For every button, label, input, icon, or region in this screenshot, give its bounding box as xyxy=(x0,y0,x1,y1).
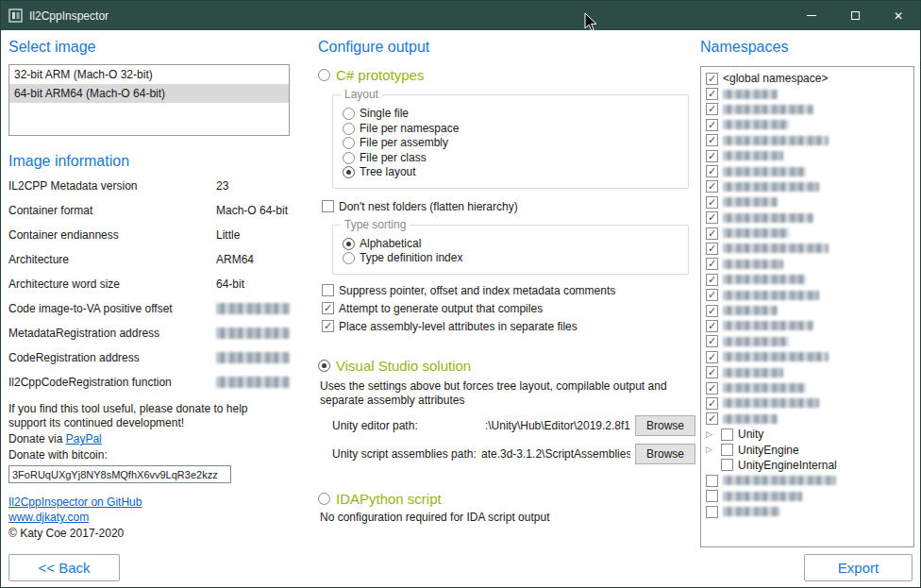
minimize-button[interactable] xyxy=(790,1,833,30)
attempt-compile-row[interactable]: Attempt to generate output that compiles xyxy=(322,302,695,315)
single-file-radio[interactable] xyxy=(343,108,355,120)
namespace-item-global[interactable]: <global namespace> xyxy=(703,71,912,86)
sorting-option-alphabetical[interactable]: Alphabetical xyxy=(343,237,678,252)
namespace-item-unityengineinternal[interactable]: UnityEngineInternal xyxy=(703,458,912,473)
layout-option-tree-layout[interactable]: Tree layout xyxy=(343,165,678,180)
namespace-item-redacted[interactable] xyxy=(703,226,912,241)
vs-solution-radio-row[interactable]: Visual Studio solution xyxy=(318,358,695,374)
namespace-checkbox[interactable] xyxy=(706,180,718,193)
expander-icon[interactable]: ▷ xyxy=(706,430,716,439)
layout-option-single-file[interactable]: Single file xyxy=(343,107,678,122)
namespace-checkbox[interactable] xyxy=(706,397,718,410)
namespace-item-redacted[interactable] xyxy=(703,287,912,302)
namespace-item-unityengine[interactable]: ▷ UnityEngine xyxy=(703,442,912,457)
namespace-item-redacted[interactable] xyxy=(703,334,912,349)
namespace-checkbox[interactable] xyxy=(706,382,718,395)
unityengine-checkbox[interactable] xyxy=(721,444,733,456)
namespace-item-redacted[interactable] xyxy=(703,163,912,178)
namespace-item-redacted[interactable] xyxy=(703,179,912,194)
namespace-checkbox[interactable] xyxy=(706,490,718,502)
maximize-button[interactable] xyxy=(833,1,877,30)
namespace-item-redacted[interactable] xyxy=(703,194,912,210)
website-link[interactable]: www.djkaty.com xyxy=(8,511,89,524)
suppress-comments-checkbox[interactable] xyxy=(322,284,334,296)
back-button[interactable]: << Back xyxy=(8,554,120,581)
unityengineinternal-checkbox[interactable] xyxy=(721,459,733,471)
assembly-attributes-row[interactable]: Place assembly-level attributes in separ… xyxy=(322,320,695,333)
namespace-item-redacted[interactable] xyxy=(703,210,912,226)
namespace-checkbox[interactable] xyxy=(706,150,718,162)
namespace-checkbox[interactable] xyxy=(706,119,718,131)
namespace-checkbox[interactable] xyxy=(706,305,718,317)
namespace-item-redacted[interactable] xyxy=(703,241,912,256)
unity-editor-browse-button[interactable]: Browse xyxy=(635,415,695,436)
vs-solution-radio[interactable] xyxy=(318,360,330,372)
layout-option-file-per-namespace[interactable]: File per namespace xyxy=(343,122,678,137)
layout-option-file-per-assembly[interactable]: File per assembly xyxy=(343,136,678,151)
idapython-radio[interactable] xyxy=(318,493,330,505)
namespace-checkbox[interactable] xyxy=(706,274,718,286)
namespace-item-redacted[interactable] xyxy=(703,133,912,148)
file-per-assembly-radio[interactable] xyxy=(343,137,355,149)
file-per-class-radio[interactable] xyxy=(343,152,355,164)
title-bar[interactable]: Il2CppInspector ✕ xyxy=(1,1,920,30)
namespace-checkbox[interactable] xyxy=(706,366,718,378)
flatten-checkbox[interactable] xyxy=(322,200,334,212)
namespace-item-redacted[interactable] xyxy=(703,117,912,132)
namespace-checkbox[interactable] xyxy=(706,475,718,487)
namespace-checkbox[interactable] xyxy=(706,165,718,177)
namespace-item-unity[interactable]: ▷ Unity xyxy=(703,427,912,442)
namespace-item-redacted[interactable] xyxy=(703,257,912,272)
namespace-checkbox[interactable] xyxy=(706,88,718,100)
csharp-prototypes-radio[interactable] xyxy=(318,69,330,81)
unity-script-browse-button[interactable]: Browse xyxy=(635,444,695,464)
global-namespace-checkbox[interactable] xyxy=(706,73,718,85)
namespace-checkbox[interactable] xyxy=(706,243,718,255)
namespace-checkbox[interactable] xyxy=(706,412,718,425)
alphabetical-radio[interactable] xyxy=(343,238,355,250)
namespace-checkbox[interactable] xyxy=(706,211,718,224)
namespace-item-redacted[interactable] xyxy=(703,102,912,117)
namespace-item-redacted[interactable] xyxy=(703,318,912,333)
attempt-compile-checkbox[interactable] xyxy=(322,302,334,314)
idapython-radio-row[interactable]: IDAPython script xyxy=(318,491,695,507)
tree-layout-radio[interactable] xyxy=(343,166,355,178)
assembly-attributes-checkbox[interactable] xyxy=(322,320,334,332)
namespace-item-redacted[interactable] xyxy=(703,303,912,318)
csharp-prototypes-radio-row[interactable]: C# prototypes xyxy=(318,67,695,83)
suppress-comments-row[interactable]: Suppress pointer, offset and index metad… xyxy=(322,284,695,297)
namespace-item-redacted[interactable] xyxy=(703,86,912,101)
paypal-link[interactable]: PayPal xyxy=(66,432,102,445)
namespace-checkbox[interactable] xyxy=(706,351,718,363)
flatten-checkbox-row[interactable]: Don't nest folders (flatten hierarchy) xyxy=(322,200,695,213)
namespace-checkbox[interactable] xyxy=(706,103,718,115)
unity-checkbox[interactable] xyxy=(721,428,733,441)
namespace-item-redacted[interactable] xyxy=(703,412,912,427)
namespace-checkbox[interactable] xyxy=(706,320,718,332)
namespace-checkbox[interactable] xyxy=(706,506,718,518)
type-definition-index-radio[interactable] xyxy=(343,252,355,264)
expander-icon[interactable]: ▷ xyxy=(706,445,716,454)
export-button[interactable]: Export xyxy=(804,554,913,581)
namespace-checkbox[interactable] xyxy=(706,196,718,209)
namespace-checkbox[interactable] xyxy=(706,258,718,270)
namespace-item-redacted[interactable] xyxy=(703,473,912,488)
namespace-item-redacted[interactable] xyxy=(703,349,912,364)
namespace-checkbox[interactable] xyxy=(706,335,718,347)
namespace-checkbox[interactable] xyxy=(706,134,718,146)
namespace-checkbox[interactable] xyxy=(706,227,718,240)
namespace-checkbox[interactable] xyxy=(706,289,718,301)
namespace-item-redacted[interactable] xyxy=(703,504,912,519)
namespace-item-redacted[interactable] xyxy=(703,380,912,395)
namespace-item-redacted[interactable] xyxy=(703,148,912,163)
namespace-item-redacted[interactable] xyxy=(703,364,912,379)
sorting-option-type-definition-index[interactable]: Type definition index xyxy=(343,251,678,266)
close-button[interactable]: ✕ xyxy=(877,1,920,30)
namespace-list[interactable]: <global namespace> ▷ Unity ▷ UnityEngine… xyxy=(700,66,914,547)
bitcoin-address-input[interactable] xyxy=(8,465,231,483)
namespace-item-redacted[interactable] xyxy=(703,489,912,504)
image-list-item[interactable]: 64-bit ARM64 (Mach-O 64-bit) xyxy=(9,84,289,103)
namespace-item-redacted[interactable] xyxy=(703,395,912,411)
file-per-namespace-radio[interactable] xyxy=(343,123,355,135)
image-list-item[interactable]: 32-bit ARM (Mach-O 32-bit) xyxy=(9,65,289,84)
